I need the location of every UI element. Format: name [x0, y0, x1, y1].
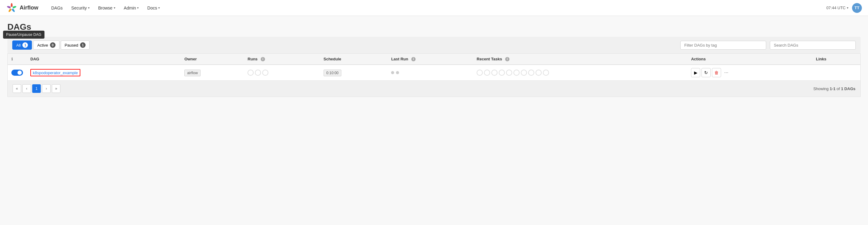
table-header: ℹ DAG Owner Runs i Schedule Last Run i [8, 54, 861, 65]
pagination-controls: « ‹ 1 › » [12, 84, 60, 93]
run-circle-2 [255, 70, 261, 76]
main-content: DAGs All 1 Active 0 Paused 1 ℹ [0, 16, 868, 103]
dag-owner-badge: airflow [184, 70, 200, 76]
recenttasks-info-icon[interactable]: i [505, 57, 509, 61]
time-display[interactable]: 07:44 UTC ▾ [826, 5, 848, 10]
lastrun-dot-2 [396, 71, 399, 74]
col-owner: Owner [181, 54, 244, 65]
page-prev-button[interactable]: ‹ [22, 84, 31, 93]
action-buttons: ▶ ↻ 🗑 ··· [691, 68, 808, 77]
time-dropdown-icon: ▾ [847, 6, 848, 9]
lastrun-dot-1 [391, 71, 394, 74]
filter-paused-button[interactable]: Paused 1 [61, 40, 90, 50]
run-circles [248, 70, 316, 76]
browse-dropdown-icon: ▾ [114, 6, 115, 9]
page-first-button[interactable]: « [12, 84, 21, 93]
lastrun-info-icon[interactable]: i [411, 57, 415, 61]
security-dropdown-icon: ▾ [88, 6, 90, 9]
run-circle-3 [262, 70, 268, 76]
delete-dag-button[interactable]: 🗑 [712, 68, 721, 77]
task-circles [477, 70, 684, 76]
search-dags-input[interactable] [770, 41, 856, 50]
filter-all-button[interactable]: All 1 [12, 40, 32, 50]
dag-link[interactable]: k8spodoperator_example [33, 70, 78, 75]
pagination-bar: « ‹ 1 › » Showing 1-1 of 1 DAGs [7, 81, 861, 97]
task-circle-9 [535, 70, 541, 76]
table-body: k8spodoperator_example airflow [8, 65, 861, 81]
nav-docs[interactable]: Docs ▾ [144, 3, 163, 13]
admin-dropdown-icon: ▾ [137, 6, 138, 9]
showing-text: Showing 1-1 of 1 DAGs [813, 87, 856, 91]
dag-actions-cell: ▶ ↻ 🗑 ··· [687, 65, 812, 81]
dag-recenttasks-cell [473, 65, 687, 81]
task-circle-5 [506, 70, 512, 76]
col-recenttasks: Recent Tasks i [473, 54, 687, 65]
task-circle-4 [499, 70, 505, 76]
runs-info-icon[interactable]: i [261, 57, 265, 61]
page-title: DAGs [7, 22, 861, 32]
brand-name: Airflow [20, 5, 38, 11]
filter-buttons: All 1 Active 0 Paused 1 [12, 40, 90, 50]
nav-security[interactable]: Security ▾ [67, 3, 93, 13]
dag-name-cell: k8spodoperator_example [27, 65, 181, 81]
col-dag: DAG [27, 54, 181, 65]
page-current-button[interactable]: 1 [32, 84, 41, 93]
trigger-dag-button[interactable]: ▶ [691, 68, 700, 77]
tag-filter-input[interactable] [680, 41, 766, 50]
nav-browse[interactable]: Browse ▾ [94, 3, 119, 13]
last-run-dots [391, 71, 469, 74]
page-next-button[interactable]: › [42, 84, 51, 93]
task-circle-8 [528, 70, 534, 76]
dag-toggle[interactable] [11, 70, 23, 76]
task-circle-7 [521, 70, 527, 76]
run-circle-1 [248, 70, 254, 76]
docs-dropdown-icon: ▾ [158, 6, 160, 9]
nav-right: 07:44 UTC ▾ TT [826, 3, 862, 13]
svg-point-5 [10, 7, 13, 9]
col-runs: Runs i [244, 54, 319, 65]
task-circle-10 [543, 70, 549, 76]
table-row: k8spodoperator_example airflow [8, 65, 861, 81]
dag-schedule-badge: 0:10:00 [323, 70, 341, 76]
nav-dags[interactable]: DAGs [48, 3, 66, 13]
col-actions: Actions [687, 54, 812, 65]
navbar: Airflow DAGs Security ▾ Browse ▾ Admin ▾… [0, 0, 868, 16]
filter-bar: All 1 Active 0 Paused 1 [7, 37, 861, 53]
pause-unpause-tooltip: Pause/Unpause DAG [3, 31, 44, 39]
dag-links-cell [812, 65, 860, 81]
col-links: Links [812, 54, 860, 65]
user-avatar[interactable]: TT [852, 3, 862, 13]
task-circle-3 [491, 70, 497, 76]
dag-schedule-cell: 0:10:00 [320, 65, 388, 81]
all-count-badge: 1 [22, 42, 28, 48]
col-toggle: ℹ [8, 54, 27, 65]
dag-runs-cell [244, 65, 319, 81]
more-actions-button[interactable]: ··· [722, 69, 730, 77]
dag-owner-cell: airflow [181, 65, 244, 81]
task-circle-2 [484, 70, 490, 76]
airflow-logo-icon [6, 2, 17, 13]
filter-active-button[interactable]: Active 0 [33, 40, 59, 50]
refresh-dag-button[interactable]: ↻ [702, 68, 711, 77]
task-circle-1 [477, 70, 483, 76]
paused-count-badge: 1 [80, 42, 86, 48]
active-count-badge: 0 [50, 42, 56, 48]
dag-table: ℹ DAG Owner Runs i Schedule Last Run i [7, 53, 861, 81]
dag-lastrun-cell [388, 65, 473, 81]
page-last-button[interactable]: » [52, 84, 60, 93]
dag-toggle-cell [8, 65, 27, 81]
toggle-slider [11, 70, 23, 76]
nav-admin[interactable]: Admin ▾ [120, 3, 143, 13]
col-schedule: Schedule [320, 54, 388, 65]
dag-name-box: k8spodoperator_example [30, 69, 80, 76]
nav-links: DAGs Security ▾ Browse ▾ Admin ▾ Docs ▾ [48, 3, 826, 13]
brand-logo[interactable]: Airflow [6, 2, 38, 13]
col-lastrun: Last Run i [388, 54, 473, 65]
task-circle-6 [514, 70, 520, 76]
